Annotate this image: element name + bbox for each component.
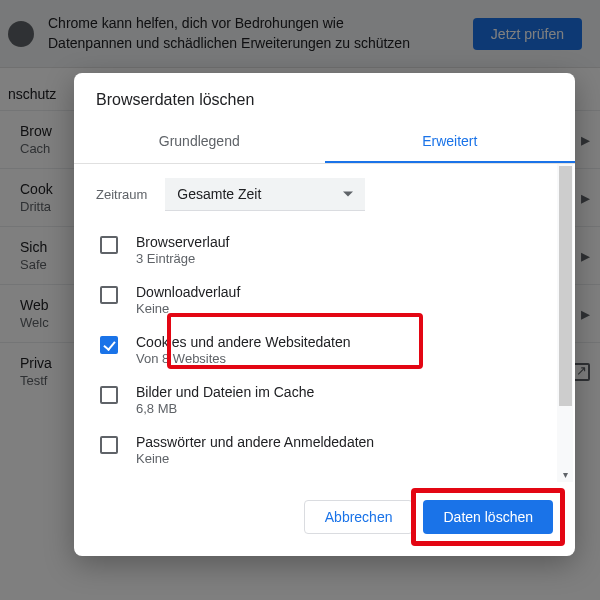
checkbox[interactable]	[100, 336, 118, 354]
timerange-label: Zeitraum	[96, 187, 147, 202]
dialog-title: Browserdaten löschen	[74, 73, 575, 121]
option-passwords[interactable]: Passwörter und andere Anmeldedaten Keine	[96, 425, 553, 475]
option-browsing-history[interactable]: Browserverlauf 3 Einträge	[96, 225, 553, 275]
checkbox[interactable]	[100, 386, 118, 404]
checkbox[interactable]	[100, 286, 118, 304]
option-autofill[interactable]: Formulardaten für automatisches Ausfülle…	[96, 475, 553, 482]
option-cache[interactable]: Bilder und Dateien im Cache 6,8 MB	[96, 375, 553, 425]
cancel-button[interactable]: Abbrechen	[304, 500, 414, 534]
dialog-content: Zeitraum Gesamte Zeit Browserverlauf 3 E…	[74, 164, 575, 482]
dialog-tabs: Grundlegend Erweitert	[74, 121, 575, 164]
scrollbar-thumb[interactable]	[559, 166, 572, 406]
scroll-down-icon[interactable]: ▾	[557, 469, 573, 480]
option-cookies[interactable]: Cookies und andere Websitedaten Von 8 We…	[96, 325, 553, 375]
clear-data-button[interactable]: Daten löschen	[423, 500, 553, 534]
clear-browsing-data-dialog: Browserdaten löschen Grundlegend Erweite…	[74, 73, 575, 556]
option-download-history[interactable]: Downloadverlauf Keine	[96, 275, 553, 325]
tab-basic[interactable]: Grundlegend	[74, 121, 325, 163]
scrollbar[interactable]: ▾	[557, 164, 573, 482]
checkbox[interactable]	[100, 236, 118, 254]
dropdown-triangle-icon	[343, 192, 353, 197]
tab-advanced[interactable]: Erweitert	[325, 121, 576, 163]
timerange-select[interactable]: Gesamte Zeit	[165, 178, 365, 211]
checkbox[interactable]	[100, 436, 118, 454]
